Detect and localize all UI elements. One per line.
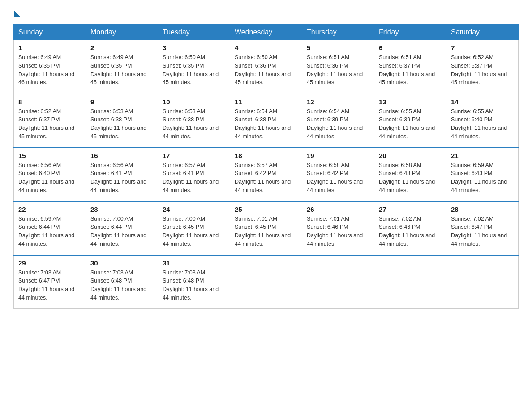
day-number: 20: [379, 152, 442, 159]
day-number: 12: [307, 98, 369, 106]
day-info: Sunrise: 6:54 AM Sunset: 6:39 PM Dayligh…: [307, 107, 369, 141]
calendar-day-cell: 20 Sunrise: 6:58 AM Sunset: 6:43 PM Dayl…: [374, 148, 446, 201]
day-info: Sunrise: 7:00 AM Sunset: 6:44 PM Dayligh…: [90, 215, 153, 248]
calendar-day-cell: 7 Sunrise: 6:52 AM Sunset: 6:37 PM Dayli…: [446, 40, 519, 94]
day-info: Sunrise: 6:59 AM Sunset: 6:43 PM Dayligh…: [451, 161, 514, 195]
day-number: 5: [307, 44, 369, 51]
calendar-header: SundayMondayTuesdayWednesdayThursdayFrid…: [14, 25, 519, 40]
day-info: Sunrise: 6:55 AM Sunset: 6:40 PM Dayligh…: [451, 107, 514, 141]
day-info: Sunrise: 6:58 AM Sunset: 6:42 PM Dayligh…: [307, 161, 369, 195]
day-number: 11: [235, 98, 297, 106]
calendar-day-cell: 13 Sunrise: 6:55 AM Sunset: 6:39 PM Dayl…: [374, 94, 446, 148]
day-number: 18: [235, 152, 297, 159]
calendar-day-cell: 11 Sunrise: 6:54 AM Sunset: 6:38 PM Dayl…: [230, 94, 302, 148]
day-number: 6: [379, 44, 442, 51]
day-number: 13: [379, 98, 442, 106]
day-info: Sunrise: 7:03 AM Sunset: 6:48 PM Dayligh…: [90, 269, 153, 302]
day-info: Sunrise: 6:50 AM Sunset: 6:36 PM Dayligh…: [235, 53, 297, 87]
calendar-week-row: 8 Sunrise: 6:52 AM Sunset: 6:37 PM Dayli…: [14, 94, 519, 148]
calendar-day-cell: 14 Sunrise: 6:55 AM Sunset: 6:40 PM Dayl…: [446, 94, 519, 148]
day-number: 30: [90, 259, 153, 267]
calendar-day-cell: 26 Sunrise: 7:01 AM Sunset: 6:46 PM Dayl…: [302, 201, 374, 255]
day-number: 27: [379, 206, 442, 213]
header-cell-sunday: Sunday: [14, 25, 86, 40]
day-info: Sunrise: 7:02 AM Sunset: 6:46 PM Dayligh…: [379, 215, 442, 248]
calendar-body: 1 Sunrise: 6:49 AM Sunset: 6:35 PM Dayli…: [14, 40, 519, 309]
day-info: Sunrise: 6:56 AM Sunset: 6:41 PM Dayligh…: [90, 161, 153, 195]
calendar-day-cell: [302, 255, 374, 309]
day-info: Sunrise: 6:53 AM Sunset: 6:38 PM Dayligh…: [90, 107, 153, 141]
day-number: 8: [18, 98, 81, 106]
calendar-day-cell: 2 Sunrise: 6:49 AM Sunset: 6:35 PM Dayli…: [86, 40, 158, 94]
day-number: 23: [90, 206, 153, 213]
day-info: Sunrise: 7:01 AM Sunset: 6:46 PM Dayligh…: [307, 215, 369, 248]
day-info: Sunrise: 6:49 AM Sunset: 6:35 PM Dayligh…: [90, 53, 153, 87]
day-number: 26: [307, 206, 369, 213]
day-info: Sunrise: 6:58 AM Sunset: 6:43 PM Dayligh…: [379, 161, 442, 195]
day-info: Sunrise: 6:50 AM Sunset: 6:35 PM Dayligh…: [163, 53, 225, 87]
day-number: 29: [18, 259, 81, 267]
calendar-week-row: 29 Sunrise: 7:03 AM Sunset: 6:47 PM Dayl…: [14, 255, 519, 309]
day-info: Sunrise: 7:00 AM Sunset: 6:45 PM Dayligh…: [163, 215, 225, 248]
calendar-day-cell: 19 Sunrise: 6:58 AM Sunset: 6:42 PM Dayl…: [302, 148, 374, 201]
page-header: [13, 9, 519, 15]
calendar-day-cell: 4 Sunrise: 6:50 AM Sunset: 6:36 PM Dayli…: [230, 40, 302, 94]
calendar-day-cell: 24 Sunrise: 7:00 AM Sunset: 6:45 PM Dayl…: [158, 201, 230, 255]
day-info: Sunrise: 6:55 AM Sunset: 6:39 PM Dayligh…: [379, 107, 442, 141]
calendar-day-cell: 17 Sunrise: 6:57 AM Sunset: 6:41 PM Dayl…: [158, 148, 230, 201]
day-info: Sunrise: 6:49 AM Sunset: 6:35 PM Dayligh…: [18, 53, 81, 87]
calendar-day-cell: 1 Sunrise: 6:49 AM Sunset: 6:35 PM Dayli…: [14, 40, 86, 94]
logo: [13, 9, 21, 15]
day-number: 22: [18, 206, 81, 213]
day-info: Sunrise: 7:02 AM Sunset: 6:47 PM Dayligh…: [451, 215, 514, 248]
calendar-day-cell: 25 Sunrise: 7:01 AM Sunset: 6:45 PM Dayl…: [230, 201, 302, 255]
day-info: Sunrise: 7:03 AM Sunset: 6:48 PM Dayligh…: [163, 269, 225, 302]
calendar-day-cell: 18 Sunrise: 6:57 AM Sunset: 6:42 PM Dayl…: [230, 148, 302, 201]
day-number: 24: [163, 206, 225, 213]
header-cell-monday: Monday: [86, 25, 158, 40]
header-cell-tuesday: Tuesday: [158, 25, 230, 40]
day-number: 21: [451, 152, 514, 159]
calendar-day-cell: [230, 255, 302, 309]
calendar-day-cell: 28 Sunrise: 7:02 AM Sunset: 6:47 PM Dayl…: [446, 201, 519, 255]
calendar-day-cell: [374, 255, 446, 309]
day-info: Sunrise: 6:59 AM Sunset: 6:44 PM Dayligh…: [18, 215, 81, 248]
day-number: 4: [235, 44, 297, 51]
day-info: Sunrise: 6:57 AM Sunset: 6:41 PM Dayligh…: [163, 161, 225, 195]
day-number: 7: [451, 44, 514, 51]
day-number: 19: [307, 152, 369, 159]
day-info: Sunrise: 6:54 AM Sunset: 6:38 PM Dayligh…: [235, 107, 297, 141]
header-cell-thursday: Thursday: [302, 25, 374, 40]
day-number: 14: [451, 98, 514, 106]
calendar-day-cell: 5 Sunrise: 6:51 AM Sunset: 6:36 PM Dayli…: [302, 40, 374, 94]
calendar-day-cell: 9 Sunrise: 6:53 AM Sunset: 6:38 PM Dayli…: [86, 94, 158, 148]
calendar-day-cell: 29 Sunrise: 7:03 AM Sunset: 6:47 PM Dayl…: [14, 255, 86, 309]
calendar-week-row: 15 Sunrise: 6:56 AM Sunset: 6:40 PM Dayl…: [14, 148, 519, 201]
day-info: Sunrise: 6:56 AM Sunset: 6:40 PM Dayligh…: [18, 161, 81, 195]
day-number: 17: [163, 152, 225, 159]
calendar-table: SundayMondayTuesdayWednesdayThursdayFrid…: [13, 24, 519, 309]
calendar-day-cell: 12 Sunrise: 6:54 AM Sunset: 6:39 PM Dayl…: [302, 94, 374, 148]
day-number: 28: [451, 206, 514, 213]
day-info: Sunrise: 6:51 AM Sunset: 6:37 PM Dayligh…: [379, 53, 442, 87]
day-info: Sunrise: 7:01 AM Sunset: 6:45 PM Dayligh…: [235, 215, 297, 248]
logo-arrow-icon: [14, 11, 21, 17]
calendar-day-cell: 8 Sunrise: 6:52 AM Sunset: 6:37 PM Dayli…: [14, 94, 86, 148]
day-info: Sunrise: 6:53 AM Sunset: 6:38 PM Dayligh…: [163, 107, 225, 141]
header-cell-wednesday: Wednesday: [230, 25, 302, 40]
calendar-day-cell: 21 Sunrise: 6:59 AM Sunset: 6:43 PM Dayl…: [446, 148, 519, 201]
header-row: SundayMondayTuesdayWednesdayThursdayFrid…: [14, 25, 519, 40]
day-info: Sunrise: 7:03 AM Sunset: 6:47 PM Dayligh…: [18, 269, 81, 302]
day-number: 9: [90, 98, 153, 106]
calendar-day-cell: 22 Sunrise: 6:59 AM Sunset: 6:44 PM Dayl…: [14, 201, 86, 255]
day-number: 16: [90, 152, 153, 159]
day-number: 15: [18, 152, 81, 159]
calendar-day-cell: 15 Sunrise: 6:56 AM Sunset: 6:40 PM Dayl…: [14, 148, 86, 201]
day-info: Sunrise: 6:57 AM Sunset: 6:42 PM Dayligh…: [235, 161, 297, 195]
calendar-week-row: 22 Sunrise: 6:59 AM Sunset: 6:44 PM Dayl…: [14, 201, 519, 255]
calendar-day-cell: [446, 255, 519, 309]
calendar-day-cell: 23 Sunrise: 7:00 AM Sunset: 6:44 PM Dayl…: [86, 201, 158, 255]
day-number: 3: [163, 44, 225, 51]
header-cell-friday: Friday: [374, 25, 446, 40]
day-number: 25: [235, 206, 297, 213]
